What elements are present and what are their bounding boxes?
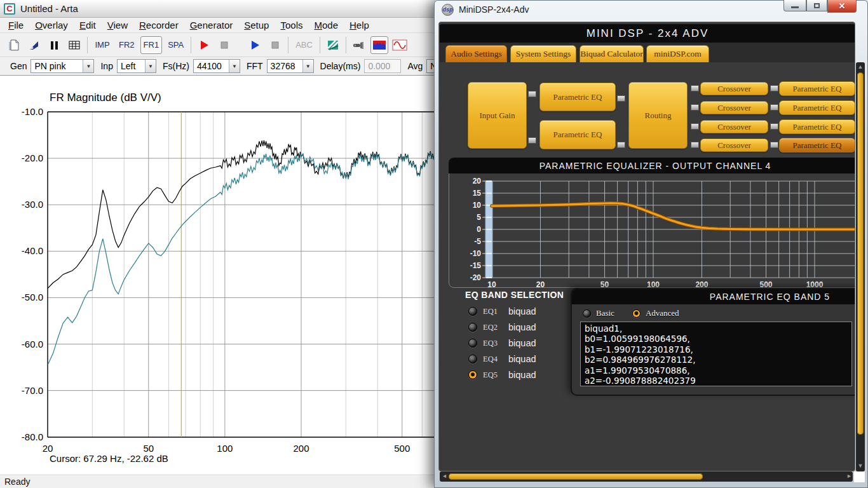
fr-view-icon [372,39,386,51]
biquad-coefficients-textbox[interactable]: biquad1,b0=1.00599198064596,b1=-1.990712… [580,322,852,386]
tab-biquad-calculator[interactable]: Biquad Calculator [580,45,644,62]
flow-parametric-eq-out-1[interactable]: Parametric EQ [779,81,855,96]
connector [528,91,536,97]
generator-play-button[interactable] [246,36,264,54]
pen-tool-button[interactable] [25,36,43,54]
combo-arrow-icon[interactable]: ▼ [83,60,93,72]
flow-routing[interactable]: Routing [628,82,688,149]
arta-window-title: Untitled - Arta [20,3,78,14]
scroll-left-icon[interactable]: ◄ [442,473,447,479]
inp-select[interactable]: Left▼ [117,59,156,73]
eq-band-type: biquad [508,338,536,348]
flow-parametric-eq-in-1[interactable]: Parametric EQ [539,83,616,111]
signal-view-button[interactable] [391,36,409,54]
svg-text:0: 0 [477,225,481,234]
flashlight-button[interactable] [350,36,368,54]
minidsp-content-viewport: MINI DSP - 2x4 ADV PARAMETRIC EQUALIZER … [438,22,855,471]
scroll-down-icon[interactable]: ▼ [856,463,865,469]
flow-input-gain[interactable]: Input Gain [468,82,527,149]
close-button[interactable]: ✕ [827,0,857,13]
toolbar-separator [191,37,191,53]
gen-select-label: Gen [10,61,27,71]
generator-stop-button[interactable] [266,36,284,54]
connector [617,142,625,148]
abc-label-button[interactable]: ABC [292,36,316,54]
spectrogram-button[interactable] [324,36,342,54]
eq-band-radio-eq5[interactable] [468,370,477,379]
gen-select[interactable]: PN pink▼ [31,59,94,73]
pause-button[interactable] [45,36,63,54]
vertical-scrollbar-thumb[interactable] [857,72,864,435]
window-controls: ✕ [783,0,857,13]
horizontal-scrollbar-thumb[interactable] [449,473,703,480]
delay-input[interactable]: 0.000 [364,59,401,73]
eq-band-radio-eq3[interactable] [468,339,477,348]
mode-radio-advanced[interactable] [632,309,641,318]
menu-mode[interactable]: Mode [308,18,344,32]
flow-parametric-eq-out-3[interactable]: Parametric EQ [779,119,855,134]
scroll-right-icon[interactable]: ► [846,473,852,479]
eq-band-row-eq1: EQ1biquad [468,304,576,319]
menu-setup[interactable]: Setup [238,18,275,32]
data-table-button[interactable] [65,36,83,54]
menu-file[interactable]: File [3,18,29,32]
flow-crossover-2[interactable]: Crossover [700,101,768,114]
eq-band-radio-eq4[interactable] [468,355,477,363]
fft-select[interactable]: 32768▼ [267,59,314,73]
combo-arrow-icon[interactable]: ▼ [145,60,156,72]
fr-view-button[interactable] [370,36,388,54]
svg-text:20: 20 [43,443,53,454]
record-stop-button[interactable] [215,36,233,54]
svg-text:-20.0: -20.0 [22,152,43,163]
spa-mode-button[interactable]: SPA [165,36,187,54]
tab-system-settings[interactable]: System Settings [510,45,576,62]
tab-audio-settings[interactable]: Audio Settings [445,45,507,62]
peq-band-editor-title: PARAMETRIC EQ BAND 5 [572,289,855,304]
menu-overlay[interactable]: Overlay [29,18,74,32]
minidsp-app-icon: dsp [442,4,454,16]
connector [691,123,699,130]
flow-parametric-eq-out-4[interactable]: Parametric EQ [779,138,855,152]
scroll-up-icon[interactable]: ▲ [856,64,865,70]
new-document-button[interactable] [4,36,22,54]
menu-recorder[interactable]: Recorder [133,18,184,32]
tab-minidsp-com[interactable]: miniDSP.com [646,45,709,62]
menu-edit[interactable]: Edit [74,18,102,32]
fs-select-value: 44100 [194,60,229,72]
flow-crossover-1[interactable]: Crossover [700,82,768,95]
pen-tool-icon [27,39,40,51]
menu-generator[interactable]: Generator [184,18,239,32]
fr1-mode-button[interactable]: FR1 [140,36,163,54]
vertical-scrollbar[interactable]: ▲ ▼ [856,62,865,471]
svg-text:-80.0: -80.0 [22,431,43,442]
minimize-button[interactable] [783,0,806,11]
mode-radio-basic[interactable] [583,309,591,318]
fr2-mode-button[interactable]: FR2 [116,36,138,54]
data-table-icon [68,39,81,51]
eq-band-radio-eq2[interactable] [468,323,477,332]
horizontal-scrollbar[interactable]: ◄ ► [440,471,853,482]
flow-crossover-3[interactable]: Crossover [700,120,768,133]
fs-select[interactable]: 44100▼ [193,59,240,73]
flow-parametric-eq-out-2[interactable]: Parametric EQ [779,100,855,115]
imp-mode-button[interactable]: IMP [92,36,113,54]
combo-arrow-icon[interactable]: ▼ [229,60,240,72]
record-start-button[interactable] [195,36,213,54]
svg-text:50: 50 [143,443,154,454]
eq-band-id: EQ3 [483,339,506,348]
menu-view[interactable]: View [102,18,133,32]
delay-input-label: Delay(ms) [320,61,361,71]
maximize-button[interactable] [806,0,827,11]
menu-help[interactable]: Help [344,18,375,32]
new-document-icon [7,39,20,51]
fft-select-value: 32768 [268,60,302,72]
app-header: MINI DSP - 2x4 ADV [440,24,855,43]
flow-parametric-eq-in-2[interactable]: Parametric EQ [539,120,616,149]
eq-band-type: biquad [508,354,536,364]
eq-band-radio-eq1[interactable] [468,307,477,316]
menu-tools[interactable]: Tools [275,18,308,32]
eq-response-plot[interactable]: 20151050-5-10-15-201020501002005001000 [449,174,855,290]
eq-band-row-eq2: EQ2biquad [468,320,576,335]
flow-crossover-4[interactable]: Crossover [700,139,768,152]
combo-arrow-icon[interactable]: ▼ [302,60,313,72]
